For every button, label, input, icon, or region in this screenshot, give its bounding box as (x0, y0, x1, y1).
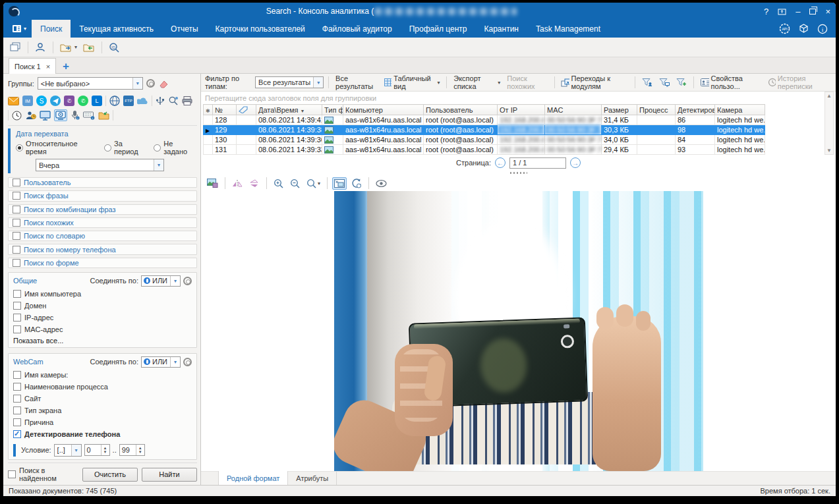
search-by-id-icon[interactable]: ID (107, 41, 121, 54)
info-icon[interactable]: i (817, 24, 828, 34)
keyboard-icon[interactable]: i (83, 111, 95, 121)
tab-file-auditor[interactable]: Файловый аудитор (314, 20, 401, 38)
webcam-settings-icon[interactable] (183, 358, 192, 366)
next-page-button[interactable]: → (570, 157, 581, 168)
whatsapp-icon[interactable]: ✆ (78, 96, 88, 106)
zoom-out-icon[interactable] (288, 177, 302, 190)
telegram-icon[interactable] (50, 96, 61, 106)
webcam-icon-selected[interactable] (54, 109, 67, 121)
table-view-button[interactable]: Табличный вид (382, 74, 442, 91)
usb-icon[interactable] (156, 96, 165, 106)
close-button[interactable]: × (825, 7, 830, 16)
prev-page-button[interactable]: ← (495, 157, 506, 168)
user-activity-icon[interactable] (25, 111, 36, 121)
join-by-select[interactable]: ИЛИ▾ (141, 356, 181, 368)
original-size-icon[interactable] (349, 177, 364, 190)
printer-icon[interactable] (182, 96, 192, 105)
update-package-icon[interactable] (798, 23, 809, 34)
import-search-icon[interactable] (82, 42, 96, 53)
chevron-down-icon[interactable]: ▾ (154, 159, 163, 171)
restore-button[interactable] (809, 7, 816, 16)
tab-quarantine[interactable]: Карантин (476, 20, 527, 38)
user-properties-button[interactable]: Свойства пользо... (699, 74, 764, 91)
webcam-reason[interactable]: Причина (13, 416, 192, 428)
im-icon[interactable]: IM (22, 96, 33, 106)
chevron-down-icon[interactable]: ▾ (132, 78, 142, 89)
filter-by-type-select[interactable]: Все результаты▾ (255, 76, 324, 88)
common-ip-address[interactable]: IP-адрес (13, 312, 192, 323)
find-button[interactable]: Найти (142, 468, 197, 482)
table-row-selected[interactable]: ▶ 12908.06.2021 14:39:38 aas-w81x64ru.aa… (204, 125, 765, 135)
condition-to-stepper[interactable]: 99▲▼ (119, 444, 145, 456)
tab-attributes[interactable]: Атрибуты (288, 472, 337, 485)
common-mac-address[interactable]: MAC-адрес (13, 323, 192, 335)
monitor-icon[interactable] (40, 111, 51, 121)
table-row[interactable]: 13008.06.2021 14:39:36 aas-w81x64ru.aas.… (204, 135, 765, 145)
skype-icon[interactable]: S (36, 96, 47, 106)
criterion-form-search[interactable]: Поиск по форме (8, 258, 197, 268)
tab-native-format[interactable]: Родной формат (218, 471, 288, 485)
relative-time-select[interactable]: Вчера ▾ (36, 159, 164, 171)
ftp-icon[interactable]: FTP (123, 96, 134, 106)
pin-window-button[interactable] (778, 7, 786, 15)
common-settings-icon[interactable] (183, 277, 192, 285)
page-input[interactable]: 1 / 1 (509, 157, 566, 169)
flip-horizontal-icon[interactable] (230, 177, 245, 190)
minimize-button[interactable]: – (796, 7, 800, 16)
chevron-down-icon[interactable]: ▾ (171, 359, 180, 365)
criterion-phrase-combination[interactable]: Поиск по комбинации фраз (8, 204, 197, 215)
cascade-windows-icon[interactable] (9, 41, 22, 53)
condition-operator-select[interactable]: [..]▾ (54, 444, 82, 457)
radio-not-set[interactable]: Не задано (154, 140, 197, 155)
tab-current-activity[interactable]: Текущая активность (71, 20, 162, 38)
groups-settings-icon[interactable] (146, 79, 155, 88)
webcam-site[interactable]: Сайт (13, 393, 192, 405)
save-image-icon[interactable] (205, 177, 220, 190)
help-button[interactable]: ? (764, 7, 768, 16)
criterion-phrase-search[interactable]: Поиск фразы (8, 190, 197, 201)
join-by-select[interactable]: ИЛИ▾ (141, 275, 181, 287)
criterion-dictionary-search[interactable]: Поиск по словарю (8, 231, 197, 241)
webcam-camera-name[interactable]: Имя камеры: (13, 369, 192, 381)
common-computer-name[interactable]: Имя компьютера (13, 288, 192, 300)
cloud-icon[interactable] (137, 97, 148, 105)
export-list-button[interactable]: Экспорт списка (451, 74, 502, 91)
export-search-icon[interactable] (59, 42, 78, 53)
tab-reports[interactable]: Отчеты (162, 20, 206, 38)
http-icon[interactable] (109, 96, 120, 106)
show-all-link[interactable]: Показать все... (13, 337, 192, 345)
table-row[interactable]: 13108.06.2021 14:39:33 aas-w81x64ru.aas.… (204, 145, 765, 155)
search-doc-tab[interactable]: Поиск 1 × (9, 58, 56, 74)
tab-task-management[interactable]: Task Management (527, 20, 609, 38)
splitter-handle[interactable] (201, 171, 836, 175)
criterion-phone-number-search[interactable]: Поиск по номеру телефона (8, 244, 197, 254)
tab-profile-center[interactable]: Профайл центр (401, 20, 476, 38)
table-row[interactable]: 12808.06.2021 14:39:41 aas-w81x64ru.aas.… (204, 115, 765, 125)
zoom-level-dropdown[interactable] (304, 177, 322, 190)
condition-from-stepper[interactable]: 0▲▼ (84, 444, 110, 456)
folder-import-icon[interactable] (98, 111, 109, 120)
all-results-button[interactable]: Все результаты (333, 74, 380, 91)
fit-to-window-icon[interactable] (332, 177, 347, 190)
viber-icon[interactable]: ✆ (64, 96, 74, 106)
flip-vertical-icon[interactable] (247, 177, 262, 190)
chevron-down-icon[interactable]: ▾ (171, 278, 180, 284)
app-menu-button[interactable]: ▾ (7, 20, 32, 38)
common-domain[interactable]: Домен (13, 300, 192, 312)
clear-button[interactable]: Очистить (82, 468, 138, 482)
zoom-in-icon[interactable] (272, 177, 285, 190)
device-search-icon[interactable] (168, 96, 179, 106)
add-tab-button[interactable]: + (56, 60, 76, 73)
clock-icon[interactable] (12, 111, 22, 121)
close-tab-icon[interactable]: × (46, 63, 50, 70)
criterion-similar-search[interactable]: Поиск похожих (8, 217, 197, 228)
search-in-found-checkbox[interactable]: Поиск в найденном (8, 466, 78, 482)
go-to-modules-button[interactable]: Переходы к модулям (559, 74, 630, 91)
lync-icon[interactable]: L (92, 96, 102, 106)
mail-icon[interactable] (8, 97, 19, 105)
show-detection-icon[interactable] (374, 178, 389, 189)
microphone-icon[interactable]: i (71, 110, 80, 121)
webcam-screen-type[interactable]: Тип экрана (13, 405, 192, 416)
webcam-process-name[interactable]: Наименование процесса (13, 381, 192, 393)
filter-by-user-icon[interactable] (640, 77, 654, 88)
